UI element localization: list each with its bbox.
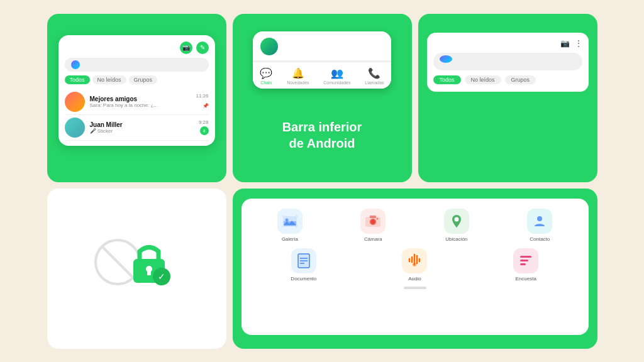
chat-name-juan: Juan Miller bbox=[90, 121, 194, 128]
comunidades-nav-icon: 👥 bbox=[331, 67, 343, 79]
documento-icon bbox=[291, 248, 316, 273]
android-card-title: Barra inferiorde Android bbox=[282, 119, 362, 151]
llamadas-nav-icon: 📞 bbox=[368, 67, 380, 79]
camara-label: Cámara bbox=[364, 236, 382, 242]
meta-ai-icon bbox=[71, 60, 80, 69]
svg-text:✓: ✓ bbox=[158, 272, 165, 282]
contacto-icon bbox=[527, 209, 552, 234]
chat-info-mejores: Mejores amigos Sara: Para hoy a la noche… bbox=[90, 96, 191, 108]
galeria-icon bbox=[277, 209, 303, 234]
chats-nav-icon: 💬 bbox=[260, 67, 272, 79]
galeria-label: Galería bbox=[282, 236, 298, 242]
wa-header: 📷 ⋮ bbox=[433, 39, 582, 48]
card-bandeja-adjuntos: Galería Cámara Ubicación bbox=[233, 189, 597, 349]
ios-phone-mockup: 📷 ✎ Todos No leídos Grupos Mejores amigo… bbox=[58, 35, 215, 146]
card-filtros-chat: 📷 ⋮ Todos No leídos Grupos bbox=[418, 14, 597, 182]
svg-point-12 bbox=[285, 218, 288, 221]
chat-badge-juan: 4 bbox=[200, 126, 209, 135]
sheet-handle bbox=[404, 287, 426, 289]
compose-icon[interactable]: ✎ bbox=[196, 41, 209, 54]
attachment-contacto[interactable]: Contacto bbox=[501, 209, 579, 242]
card-ios-topbar: 📷 ✎ Todos No leídos Grupos Mejores amigo… bbox=[47, 14, 226, 182]
wa-menu-icon[interactable]: ⋮ bbox=[575, 39, 582, 48]
novedades-nav-icon: 🔔 bbox=[292, 67, 304, 79]
attachment-ubicacion[interactable]: Ubicación bbox=[418, 209, 496, 242]
chat-preview-mejores: Sara: Para hoy a la noche: ¿... bbox=[90, 102, 191, 108]
ios-search-bar[interactable] bbox=[65, 58, 209, 72]
attachment-grid-row2: Documento Audio Encuesta bbox=[252, 248, 579, 282]
documento-label: Documento bbox=[291, 276, 316, 282]
comunidades-nav-label: Comunidades bbox=[323, 80, 350, 85]
novedades-nav-label: Novedades bbox=[287, 80, 309, 85]
wa-filter-grupos[interactable]: Grupos bbox=[505, 75, 536, 84]
card-ilustraciones: ✓ bbox=[47, 189, 226, 349]
android-phone-mockup: 💬 Chats 🔔 Novedades 👥 Comunidades 📞 Llam… bbox=[253, 31, 391, 89]
android-chat-header bbox=[253, 31, 391, 60]
filter-tab-noleidos[interactable]: No leídos bbox=[92, 75, 126, 84]
camera-icon[interactable]: 📷 bbox=[180, 41, 192, 54]
wa-header-icons: 📷 ⋮ bbox=[560, 39, 582, 48]
encuesta-icon bbox=[513, 248, 538, 273]
android-bottom-nav: 💬 Chats 🔔 Novedades 👥 Comunidades 📞 Llam… bbox=[253, 62, 391, 89]
chats-nav-label: Chats bbox=[260, 80, 272, 85]
audio-label: Audio bbox=[408, 276, 421, 282]
chat-meta-juan: 9:28 4 bbox=[199, 119, 209, 135]
main-grid: 📷 ✎ Todos No leídos Grupos Mejores amigo… bbox=[33, 3, 611, 360]
chat-time-mejores: 11:26 bbox=[196, 93, 208, 99]
nav-item-novedades[interactable]: 🔔 Novedades bbox=[287, 67, 309, 85]
nav-item-comunidades[interactable]: 👥 Comunidades bbox=[323, 67, 350, 85]
svg-point-26 bbox=[413, 263, 416, 266]
attachment-galeria[interactable]: Galería bbox=[252, 209, 329, 242]
attachment-audio[interactable]: Audio bbox=[362, 248, 467, 282]
svg-rect-29 bbox=[520, 263, 526, 265]
wa-mockup: 📷 ⋮ Todos No leídos Grupos bbox=[427, 33, 589, 92]
avatar-juan bbox=[65, 118, 85, 138]
nav-item-llamadas[interactable]: 📞 Llamadas bbox=[365, 67, 384, 85]
chat-item-mejores[interactable]: Mejores amigos Sara: Para hoy a la noche… bbox=[65, 89, 209, 115]
svg-point-18 bbox=[377, 217, 379, 219]
audio-icon bbox=[402, 248, 427, 273]
attachment-camara[interactable]: Cámara bbox=[335, 209, 412, 242]
svg-rect-4 bbox=[147, 270, 151, 275]
wa-filter-todos[interactable]: Todos bbox=[433, 75, 461, 84]
nav-item-chats[interactable]: 💬 Chats bbox=[260, 67, 272, 85]
attachment-grid-row1: Galería Cámara Ubicación bbox=[252, 209, 579, 242]
chat-time-juan: 9:28 bbox=[199, 119, 209, 125]
ilustracion-svg: ✓ bbox=[89, 228, 184, 297]
attachment-encuesta[interactable]: Encuesta bbox=[474, 248, 579, 282]
svg-rect-28 bbox=[520, 260, 528, 261]
android-contact-avatar bbox=[260, 38, 278, 55]
chat-preview-juan: 🎤 Sticker bbox=[90, 128, 194, 134]
filter-tab-grupos[interactable]: Grupos bbox=[129, 75, 158, 84]
lock-illustration: ✓ bbox=[89, 228, 184, 299]
attachment-documento[interactable]: Documento bbox=[252, 248, 357, 282]
wa-filter-noleidos[interactable]: No leídos bbox=[465, 75, 501, 84]
phone-top-bar: 📷 ✎ bbox=[65, 41, 209, 54]
ubicacion-icon bbox=[444, 209, 469, 234]
svg-rect-17 bbox=[370, 216, 376, 218]
camara-icon bbox=[360, 209, 386, 234]
svg-point-16 bbox=[371, 220, 375, 224]
ubicacion-label: Ubicación bbox=[445, 236, 467, 242]
svg-point-20 bbox=[537, 216, 542, 221]
wa-filter-tabs: Todos No leídos Grupos bbox=[433, 75, 582, 84]
svg-rect-27 bbox=[520, 256, 531, 258]
wa-search-bar[interactable] bbox=[433, 53, 582, 70]
android-label-container: Barra inferiorde Android bbox=[282, 89, 362, 182]
svg-point-19 bbox=[454, 217, 458, 221]
pin-icon: 📌 bbox=[203, 103, 209, 109]
avatar-mejores bbox=[65, 92, 85, 112]
chat-item-juan[interactable]: Juan Miller 🎤 Sticker 9:28 4 bbox=[65, 115, 209, 141]
card-android-bottombar: 💬 Chats 🔔 Novedades 👥 Comunidades 📞 Llam… bbox=[233, 14, 412, 182]
chat-info-juan: Juan Miller 🎤 Sticker bbox=[90, 121, 194, 134]
phone-icons: 📷 ✎ bbox=[180, 41, 209, 54]
ios-filter-tabs: Todos No leídos Grupos bbox=[65, 75, 209, 84]
chat-meta-mejores: 11:26 📌 bbox=[196, 93, 208, 110]
attachment-sheet: Galería Cámara Ubicación bbox=[242, 199, 589, 335]
filter-tab-todos[interactable]: Todos bbox=[65, 75, 90, 84]
wa-meta-icon bbox=[440, 55, 452, 63]
wa-camera-icon[interactable]: 📷 bbox=[560, 39, 570, 48]
llamadas-nav-label: Llamadas bbox=[365, 80, 384, 85]
chat-name-mejores: Mejores amigos bbox=[90, 96, 191, 102]
encuesta-label: Encuesta bbox=[515, 276, 536, 282]
